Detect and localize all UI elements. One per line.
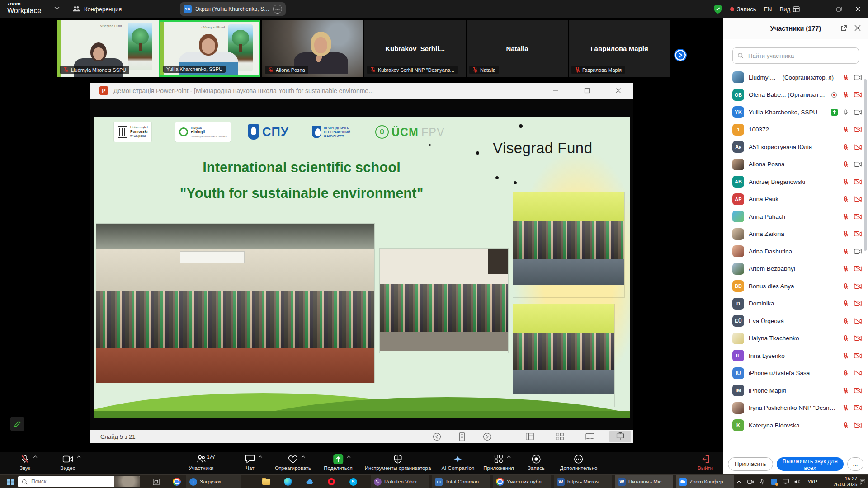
toolbar-record-button[interactable]: Запись — [528, 454, 545, 471]
participant-row[interactable]: Liudmyla ...(Соорганизатор, я) — [723, 69, 868, 86]
previous-slide-icon[interactable] — [432, 432, 442, 441]
opera-taskbar-icon[interactable] — [325, 475, 338, 488]
taskbar-app-tc[interactable]: TCTotal Comman... — [432, 475, 490, 488]
start-button[interactable] — [4, 475, 17, 488]
next-slide-icon[interactable] — [482, 432, 492, 441]
tray-viber-icon[interactable] — [769, 475, 779, 488]
taskbar-app-chrome[interactable]: Участник публ... — [493, 475, 551, 488]
footer-more-button[interactable]: ... — [847, 457, 863, 471]
toolbar-chat-button[interactable]: Чат — [245, 454, 255, 471]
participant-row[interactable]: Arina Dashutina — [723, 243, 868, 260]
chevron-up-icon[interactable] — [76, 455, 81, 458]
tray-language-indicator[interactable]: УКР — [805, 475, 820, 488]
slide-sorter-icon[interactable] — [555, 432, 564, 441]
participant-row[interactable]: YKYuliia Kharchenko, SSPU — [723, 103, 868, 121]
leave-meeting-button[interactable]: Выйти — [698, 454, 713, 471]
tray-clock[interactable]: 15:27 26.03.2025 — [825, 476, 857, 488]
participant-row[interactable]: Anna Zaikina — [723, 225, 868, 243]
video-tile[interactable]: Kubrakov Serhii...Kubrakov Serhii NNP "D… — [364, 20, 466, 77]
reading-view-icon[interactable] — [585, 432, 595, 441]
ppt-maximize-icon[interactable] — [584, 88, 590, 94]
participant-row[interactable]: EÜEva Ürgeová — [723, 312, 868, 330]
taskbar-search[interactable] — [18, 476, 140, 487]
ppt-close-icon[interactable] — [615, 88, 621, 94]
toolbar-apps-button[interactable]: Приложения — [483, 454, 514, 471]
toolbar-host-tools-button[interactable]: Инструменты организатора — [365, 454, 431, 471]
onedrive-taskbar-icon[interactable] — [303, 475, 316, 488]
security-shield-icon[interactable] — [713, 4, 722, 14]
edge-taskbar-icon[interactable] — [281, 475, 295, 488]
video-tile[interactable]: Гаврилова МаріяГаврилова Марія — [569, 20, 670, 77]
participant-row[interactable]: DDominika — [723, 295, 868, 313]
participant-row[interactable]: KKateryna Bidovska — [723, 417, 868, 434]
taskbar-app-zoom[interactable]: Zoom Конфер... — [676, 475, 734, 488]
taskbar-app-word[interactable]: WПитання - Міс... — [615, 475, 673, 488]
chevron-up-icon[interactable] — [209, 455, 214, 458]
chevron-up-icon[interactable] — [33, 455, 38, 458]
toolbar-video-cam-button[interactable]: Видео — [60, 454, 75, 471]
minimize-icon[interactable] — [817, 6, 823, 12]
chrome-taskbar-icon[interactable] — [170, 475, 184, 488]
next-page-videos-button[interactable] — [674, 49, 687, 61]
participant-row[interactable]: Iryna Pavlichenko NNP "Desnya... — [723, 399, 868, 417]
invite-button[interactable]: Пригласить — [728, 457, 773, 471]
search-highlight-image[interactable] — [114, 476, 140, 487]
chevron-up-icon[interactable] — [346, 455, 351, 458]
chevron-up-icon[interactable] — [506, 455, 511, 458]
participant-row[interactable]: OBOlena Babe... (Организатор) — [723, 86, 868, 104]
tab-conference[interactable]: Конференция — [72, 0, 122, 18]
slideshow-view-icon[interactable] — [609, 431, 631, 442]
folder-taskbar-icon[interactable] — [259, 475, 273, 488]
chevron-up-icon[interactable] — [301, 455, 306, 458]
participant-row[interactable]: IMiPhone Марія — [723, 382, 868, 399]
participant-row[interactable]: APAnna Pauk — [723, 191, 868, 208]
workspace-chevron-down-icon[interactable] — [54, 6, 60, 10]
participant-row[interactable]: BDBonus dies Anya — [723, 277, 868, 295]
tab-screen-share[interactable]: YK Экран (Yuliia Kharchenko, SSPU) — [180, 2, 286, 16]
participant-search[interactable] — [732, 47, 859, 64]
ppt-minimize-icon[interactable] — [553, 88, 559, 94]
view-menu[interactable]: Вид — [779, 6, 800, 13]
tray-mic-icon[interactable] — [757, 475, 768, 488]
participant-row[interactable]: ILInna Lysenko — [723, 347, 868, 365]
normal-view-icon[interactable] — [525, 432, 534, 441]
skype-taskbar-icon[interactable]: S — [346, 475, 360, 488]
participant-row[interactable]: Artem Bezbabnyi — [723, 260, 868, 278]
search-input[interactable] — [747, 52, 854, 60]
mute-all-button[interactable]: Выключить звук для всех — [777, 457, 844, 471]
participant-row[interactable]: ABAndrzej Bieganowski — [723, 173, 868, 191]
close-icon[interactable] — [855, 6, 861, 12]
video-tile[interactable]: · Visegrad FundLiudmyla Mironets SSPU — [57, 20, 159, 77]
participant-row[interactable]: 1100372 — [723, 121, 868, 139]
notes-icon[interactable] — [458, 432, 466, 441]
tray-camera-icon[interactable] — [745, 475, 756, 488]
chevron-up-icon[interactable] — [258, 455, 263, 458]
close-panel-icon[interactable] — [854, 25, 861, 31]
toolbar-ai-button[interactable]: AI Companion — [442, 454, 475, 471]
taskbar-app-viber[interactable]: Rakuten Viber — [371, 475, 429, 488]
taskbar-search-input[interactable] — [30, 478, 100, 485]
annotation-pencil-button[interactable] — [10, 417, 24, 431]
tab-options-icon[interactable] — [273, 5, 282, 14]
participant-row[interactable]: Aliona Posna — [723, 156, 868, 174]
taskbar-app-word[interactable]: Whttps - Micros... — [554, 475, 612, 488]
participant-row[interactable]: Halyna Tkachenko — [723, 330, 868, 347]
toolbar-react-button[interactable]: Отреагировать — [275, 454, 311, 471]
participant-row[interactable]: АкA51 користувача Юлія — [723, 138, 868, 156]
tray-speaker-icon[interactable] — [792, 475, 803, 488]
toolbar-mic-muted-button[interactable]: Звук — [19, 454, 30, 471]
video-tile[interactable]: Aliona Posna — [262, 20, 363, 77]
video-tile[interactable]: NataliaNatalia — [467, 20, 568, 77]
toolbar-share-button[interactable]: Поделиться — [324, 454, 353, 471]
language-indicator[interactable]: EN — [764, 6, 772, 13]
participant-row[interactable]: IUiPhone užívateľa Sasa — [723, 365, 868, 382]
restore-icon[interactable] — [836, 6, 842, 12]
participant-row[interactable]: Anna Puhach — [723, 208, 868, 225]
toolbar-more-button[interactable]: Дополнительно — [560, 454, 598, 471]
tray-expand-chevron-icon[interactable] — [733, 475, 744, 488]
video-tile[interactable]: · Visegrad FundYuliia Kharchenko, SSPU — [159, 20, 260, 77]
popout-panel-icon[interactable] — [840, 25, 847, 32]
panel-scrollbar[interactable] — [864, 79, 867, 251]
toolbar-participants-button[interactable]: 177Участники — [189, 454, 214, 471]
task-view-button[interactable] — [149, 475, 163, 488]
